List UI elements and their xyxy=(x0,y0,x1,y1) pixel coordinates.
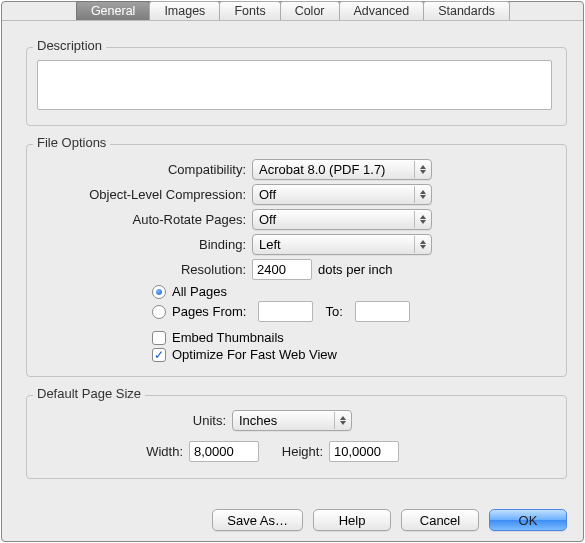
resolution-label: Resolution: xyxy=(37,262,252,277)
binding-select[interactable]: Left xyxy=(252,234,432,255)
radio-icon xyxy=(152,285,166,299)
object-level-compression-select[interactable]: Off xyxy=(252,184,432,205)
height-input[interactable] xyxy=(329,441,399,462)
embed-thumbnails-checkbox[interactable]: Embed Thumbnails xyxy=(152,330,556,345)
help-button[interactable]: Help xyxy=(313,509,391,531)
units-select[interactable]: Inches xyxy=(232,410,352,431)
compatibility-select[interactable]: Acrobat 8.0 (PDF 1.7) xyxy=(252,159,432,180)
resolution-input[interactable] xyxy=(252,259,312,280)
ok-button[interactable]: OK xyxy=(489,509,567,531)
object-level-compression-label: Object-Level Compression: xyxy=(37,187,252,202)
units-label: Units: xyxy=(37,413,232,428)
width-input[interactable] xyxy=(189,441,259,462)
checkbox-icon xyxy=(152,331,166,345)
description-group: Description xyxy=(26,47,567,126)
tab-images[interactable]: Images xyxy=(149,1,220,20)
default-page-size-group: Default Page Size Units: Inches Width: H… xyxy=(26,395,567,479)
height-label: Height: xyxy=(265,444,329,459)
tab-bar: General Images Fonts Color Advanced Stan… xyxy=(2,1,583,20)
tab-standards[interactable]: Standards xyxy=(423,1,510,20)
pages-from-input[interactable] xyxy=(258,301,313,322)
resolution-suffix: dots per inch xyxy=(318,262,392,277)
tab-color[interactable]: Color xyxy=(280,1,340,20)
tab-advanced[interactable]: Advanced xyxy=(339,1,425,20)
tab-general[interactable]: General xyxy=(76,1,150,20)
dialog-button-row: Save As… Help Cancel OK xyxy=(212,509,567,531)
save-as-button[interactable]: Save As… xyxy=(212,509,303,531)
binding-label: Binding: xyxy=(37,237,252,252)
cancel-button[interactable]: Cancel xyxy=(401,509,479,531)
all-pages-radio[interactable]: All Pages xyxy=(152,284,556,299)
tab-panel-general: Description File Options Compatibility: … xyxy=(2,20,583,543)
pages-to-input[interactable] xyxy=(355,301,410,322)
optimize-fast-web-label: Optimize For Fast Web View xyxy=(172,347,337,362)
pages-to-label: To: xyxy=(325,304,342,319)
compatibility-label: Compatibility: xyxy=(37,162,252,177)
width-label: Width: xyxy=(37,444,189,459)
auto-rotate-pages-select[interactable]: Off xyxy=(252,209,432,230)
tab-fonts[interactable]: Fonts xyxy=(219,1,280,20)
embed-thumbnails-label: Embed Thumbnails xyxy=(172,330,284,345)
optimize-fast-web-checkbox[interactable]: ✓ Optimize For Fast Web View xyxy=(152,347,556,362)
auto-rotate-pages-label: Auto-Rotate Pages: xyxy=(37,212,252,227)
description-group-label: Description xyxy=(33,38,106,53)
file-options-group: File Options Compatibility: Acrobat 8.0 … xyxy=(26,144,567,377)
settings-dialog: General Images Fonts Color Advanced Stan… xyxy=(1,1,584,542)
radio-icon xyxy=(152,305,166,319)
pages-from-radio[interactable]: Pages From: To: xyxy=(152,301,556,322)
checkbox-icon: ✓ xyxy=(152,348,166,362)
file-options-group-label: File Options xyxy=(33,135,110,150)
all-pages-label: All Pages xyxy=(172,284,227,299)
pages-from-label: Pages From: xyxy=(172,304,246,319)
description-textarea[interactable] xyxy=(37,60,552,110)
default-page-size-group-label: Default Page Size xyxy=(33,386,145,401)
